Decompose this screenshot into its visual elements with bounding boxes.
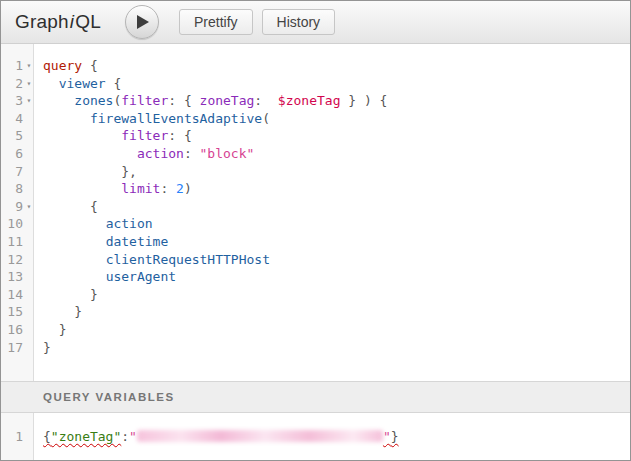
line-number: 5 [1, 127, 23, 145]
code-line[interactable]: 8 limit: 2) [1, 180, 630, 198]
token: { [184, 128, 192, 143]
token: viewer [59, 76, 106, 91]
code-text: } [35, 303, 82, 321]
code-text: } [35, 339, 51, 357]
code-line[interactable]: 16 } [1, 321, 630, 339]
token: { [90, 199, 98, 214]
token [43, 234, 106, 249]
variables-editor[interactable]: 1{"zoneTag":""} [1, 413, 630, 460]
code-line[interactable]: 5 filter: { [1, 127, 630, 145]
fold-arrow-icon[interactable]: ▾ [23, 92, 35, 110]
fold-arrow-icon[interactable]: ▾ [23, 75, 35, 93]
line-number: 16 [1, 321, 23, 339]
query-variables-header[interactable]: QUERY VARIABLES [1, 381, 630, 413]
fold-arrow-icon[interactable]: ▾ [23, 57, 35, 75]
code-line[interactable]: 2▾ viewer { [1, 75, 630, 93]
fold-gutter [23, 339, 35, 357]
code-line[interactable]: 12 clientRequestHTTPHost [1, 251, 630, 269]
token: } [59, 322, 67, 337]
code-line[interactable]: 1{"zoneTag":""} [1, 428, 630, 446]
token: } [74, 304, 82, 319]
token [372, 93, 380, 108]
line-number: 2 [1, 75, 23, 93]
line-number: 17 [1, 339, 23, 357]
token [43, 304, 74, 319]
prettify-button[interactable]: Prettify [179, 9, 253, 35]
code-line[interactable]: 7 }, [1, 163, 630, 181]
line-number: 15 [1, 303, 23, 321]
token [192, 146, 200, 161]
code-line[interactable]: 13 userAgent [1, 268, 630, 286]
token [43, 93, 74, 108]
code-line[interactable]: 6 action: "block" [1, 145, 630, 163]
token: }, [121, 164, 137, 179]
code-line[interactable]: 3▾ zones(filter: { zoneTag: $zoneTag } )… [1, 92, 630, 110]
code-text: clientRequestHTTPHost [35, 251, 270, 269]
line-number: 7 [1, 163, 23, 181]
code-line[interactable]: 1▾query { [1, 57, 630, 75]
token [262, 93, 278, 108]
token [43, 287, 90, 302]
line-number: 12 [1, 251, 23, 269]
code-line[interactable]: 9▾ { [1, 198, 630, 216]
token: ) [184, 181, 192, 196]
graphiql-logo: GraphiQL [15, 11, 101, 33]
token [176, 128, 184, 143]
code-text: zones(filter: { zoneTag: $zoneTag } ) { [35, 92, 387, 110]
token [43, 146, 137, 161]
token: } [43, 340, 51, 355]
token [356, 93, 364, 108]
code-text: action [35, 215, 153, 233]
query-editor[interactable]: 1▾query {2▾ viewer {3▾ zones(filter: { z… [1, 44, 630, 381]
fold-arrow-icon[interactable]: ▾ [23, 198, 35, 216]
line-number: 13 [1, 268, 23, 286]
token: { [380, 93, 388, 108]
fold-gutter [23, 268, 35, 286]
token [176, 93, 184, 108]
fold-gutter [23, 163, 35, 181]
code-line[interactable]: 11 datetime [1, 233, 630, 251]
token: firewallEventsAdaptive [90, 111, 262, 126]
fold-gutter [23, 127, 35, 145]
token [192, 93, 200, 108]
code-line[interactable]: 15 } [1, 303, 630, 321]
token: } [90, 287, 98, 302]
token: : [254, 93, 262, 108]
code-text: } [35, 286, 98, 304]
code-text: userAgent [35, 268, 176, 286]
history-button[interactable]: History [262, 9, 336, 35]
token: { [43, 429, 51, 444]
token: $zoneTag [278, 93, 341, 108]
code-text: filter: { [35, 127, 192, 145]
token: } [391, 429, 399, 444]
token: ( [262, 111, 270, 126]
code-line[interactable]: 14 } [1, 286, 630, 304]
token [43, 322, 59, 337]
token: : [168, 128, 176, 143]
fold-gutter [23, 145, 35, 163]
token: limit [121, 181, 160, 196]
code-text: {"zoneTag":""} [35, 428, 399, 446]
code-line[interactable]: 10 action [1, 215, 630, 233]
line-number: 14 [1, 286, 23, 304]
graphiql-window: GraphiQL Prettify History 1▾query {2▾ vi… [0, 0, 631, 461]
code-text: action: "block" [35, 145, 254, 163]
code-line[interactable]: 17} [1, 339, 630, 357]
code-text: }, [35, 163, 137, 181]
fold-gutter [23, 303, 35, 321]
token [43, 199, 90, 214]
token: query [43, 58, 82, 73]
token: filter [121, 128, 168, 143]
logo-text-i: i [70, 11, 74, 32]
fold-gutter [23, 286, 35, 304]
play-icon [137, 15, 149, 29]
token [82, 58, 90, 73]
query-editor-lines: 1▾query {2▾ viewer {3▾ zones(filter: { z… [1, 44, 630, 356]
line-number: 3 [1, 92, 23, 110]
token: : [121, 429, 129, 444]
token: "block" [200, 146, 255, 161]
execute-query-button[interactable] [125, 5, 159, 39]
token: " [383, 429, 391, 444]
code-line[interactable]: 4 firewallEventsAdaptive( [1, 110, 630, 128]
fold-gutter [23, 233, 35, 251]
